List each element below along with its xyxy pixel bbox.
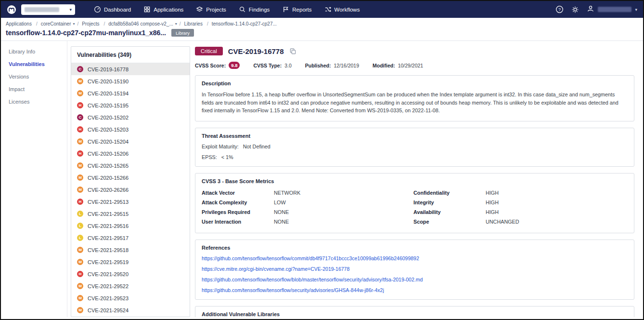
nav-item-findings[interactable]: Findings bbox=[232, 3, 276, 16]
card-title: Threat Assessment bbox=[202, 133, 628, 139]
breadcrumb: / Applications / coreContainer ▾ / Proje… bbox=[6, 21, 638, 27]
vulnerability-list-item[interactable]: M CVE-2021-29518 bbox=[71, 244, 190, 256]
vulnerability-list-item[interactable]: C CVE-2019-16778 bbox=[71, 63, 190, 75]
cve-id: CVE-2020-15202 bbox=[88, 115, 129, 120]
metric-row: Availability HIGH bbox=[413, 207, 625, 217]
sidebar-item[interactable]: Library Info bbox=[1, 45, 67, 58]
cve-meta-row: CVSS Score: 9.8 CVSS Type: 3.0 Published… bbox=[195, 62, 634, 69]
vulnerability-list-item[interactable]: L CVE-2021-29515 bbox=[71, 208, 190, 220]
reference-link[interactable]: https://github.com/tensorflow/tensorflow… bbox=[202, 277, 628, 282]
help-icon[interactable]: ? bbox=[555, 5, 564, 13]
vulnerability-list-item[interactable]: H CVE-2021-29520 bbox=[71, 268, 190, 280]
nav-item-dashboard[interactable]: Dashboard bbox=[88, 3, 137, 16]
vulnerability-list-item[interactable]: C CVE-2020-15202 bbox=[71, 111, 190, 123]
nav-item-label: Reports bbox=[292, 7, 311, 13]
breadcrumb-item[interactable]: / Projects bbox=[75, 21, 102, 27]
metric-label: Attack Vector bbox=[202, 190, 274, 196]
reference-link[interactable]: https://cve.mitre.org/cgi-bin/cvename.cg… bbox=[202, 266, 628, 272]
nav-item-projects[interactable]: Projects bbox=[190, 3, 232, 16]
vulnerability-list-item[interactable]: M CVE-2020-15204 bbox=[71, 135, 190, 147]
vulnerability-list-item[interactable]: M CVE-2020-15265 bbox=[71, 160, 190, 172]
user-menu[interactable]: ▾ bbox=[587, 5, 637, 14]
severity-badge: H bbox=[77, 102, 83, 108]
detail-header: Critical CVE-2019-16778 bbox=[195, 47, 634, 55]
vulnerability-list-item[interactable]: M CVE-2021-29524 bbox=[71, 304, 190, 316]
vulnerability-list-item[interactable]: L CVE-2021-29516 bbox=[71, 220, 190, 232]
nav-item-workflows[interactable]: Workflows bbox=[318, 3, 366, 16]
vulnerability-list-item[interactable]: M CVE-2021-29522 bbox=[71, 280, 190, 292]
severity-badge: L bbox=[77, 211, 83, 217]
settings-gear-icon[interactable] bbox=[571, 6, 579, 13]
breadcrumb-separator: / bbox=[180, 21, 181, 27]
breadcrumb-label: Libraries bbox=[184, 21, 203, 27]
cve-id: CVE-2020-15195 bbox=[88, 103, 129, 108]
breadcrumb-item[interactable]: / tensorflow-1.14.0-cp27-cp27... bbox=[205, 21, 279, 27]
nav-item-applications[interactable]: Applications bbox=[137, 3, 190, 16]
severity-badge: M bbox=[77, 307, 83, 313]
sidebar-item[interactable]: Impact bbox=[1, 83, 67, 95]
cve-id: CVE-2021-29516 bbox=[88, 223, 129, 229]
card-title: References bbox=[202, 245, 628, 251]
findings-icon bbox=[239, 6, 246, 13]
metric-value: NETWORK bbox=[274, 190, 300, 196]
metric-row: Privileges Required NONE bbox=[202, 207, 413, 217]
app-window: ▾ Dashboard Applications Projects Findin… bbox=[0, 0, 644, 320]
library-sidebar: Library Info Vulnerabilities Versions Im… bbox=[1, 41, 67, 317]
nav-item-reports[interactable]: Reports bbox=[276, 3, 318, 16]
vulnerability-list-item[interactable]: H CVE-2020-15195 bbox=[71, 99, 190, 111]
metric-value: NONE bbox=[274, 219, 289, 225]
breadcrumb-item[interactable]: / coreContainer ▾ bbox=[34, 21, 75, 27]
vulnerability-list-item[interactable]: M CVE-2020-15266 bbox=[71, 172, 190, 184]
dashboard-icon bbox=[94, 6, 101, 13]
title-row: tensorflow-1.14.0-cp27-cp27mu-manylinux1… bbox=[6, 29, 638, 37]
severity-badge: M bbox=[77, 138, 83, 145]
mend-logo-icon bbox=[7, 5, 16, 14]
metric-row: Attack Complexity LOW bbox=[202, 198, 413, 207]
navbar-right: ? ▾ bbox=[555, 5, 637, 14]
severity-badge: M bbox=[77, 78, 83, 84]
breadcrumb-label: Projects bbox=[82, 21, 99, 27]
severity-badge: M bbox=[77, 295, 83, 301]
vulnerability-list-item[interactable]: H CVE-2021-29513 bbox=[71, 196, 190, 208]
sidebar-item[interactable]: Licenses bbox=[1, 95, 67, 108]
sidebar-item[interactable]: Versions bbox=[1, 70, 67, 83]
metric-row: Scope UNCHANGED bbox=[413, 217, 625, 227]
cvss-metrics-right: Confidentiality HIGH Integrity HIGH Avai… bbox=[413, 188, 625, 227]
metric-value: NONE bbox=[274, 209, 289, 215]
chevron-down-icon: ▾ bbox=[69, 7, 72, 12]
copy-icon[interactable] bbox=[289, 48, 296, 55]
applications-icon bbox=[143, 6, 151, 13]
severity-badge: H bbox=[77, 126, 83, 133]
reference-links: https://github.com/tensorflow/tensorflow… bbox=[202, 255, 628, 293]
workflows-icon bbox=[324, 6, 332, 13]
breadcrumb-item[interactable]: / Applications bbox=[6, 21, 34, 27]
cve-id: CVE-2021-29524 bbox=[88, 307, 129, 313]
vulnerability-list-item[interactable]: M CVE-2020-15190 bbox=[71, 75, 190, 87]
reference-link[interactable]: https://github.com/tensorflow/tensorflow… bbox=[202, 287, 628, 293]
references-card: References https://github.com/tensorflow… bbox=[195, 240, 634, 300]
org-selector-dropdown[interactable]: ▾ bbox=[21, 4, 75, 15]
metric-label: Confidentiality bbox=[413, 190, 486, 196]
metric-label: Integrity bbox=[413, 200, 486, 205]
card-title: CVSS 3 - Base Score Metrics bbox=[202, 178, 628, 184]
vulnerability-list-item[interactable]: M CVE-2020-26266 bbox=[71, 184, 190, 196]
vulnerability-list-panel: Vulnerabilities (349) C CVE-2019-16778 M… bbox=[71, 46, 190, 317]
breadcrumb-item[interactable]: / dcfa8b58a046 compose-v2_... ▾ bbox=[101, 21, 177, 27]
cve-id: CVE-2021-29517 bbox=[88, 235, 129, 241]
sidebar-item[interactable]: Vulnerabilities bbox=[1, 58, 67, 70]
nav-item-label: Applications bbox=[154, 7, 183, 13]
cvss-metrics-left: Attack Vector NETWORK Attack Complexity … bbox=[202, 188, 413, 227]
vulnerability-list-item[interactable]: H CVE-2020-15203 bbox=[71, 123, 190, 135]
cvss-type: CVSS Type: 3.0 bbox=[253, 63, 291, 68]
vulnerability-list-item[interactable]: M CVE-2021-29523 bbox=[71, 292, 190, 304]
vulnerability-list-item[interactable]: M CVE-2020-15194 bbox=[71, 87, 190, 99]
vulnerability-list-item[interactable]: L CVE-2021-29517 bbox=[71, 232, 190, 244]
reference-link[interactable]: https://github.com/tensorflow/tensorflow… bbox=[202, 255, 628, 261]
cve-id: CVE-2021-29523 bbox=[88, 295, 129, 301]
vulnerability-list-item[interactable]: M CVE-2021-29519 bbox=[71, 256, 190, 268]
breadcrumb-separator: / bbox=[77, 21, 79, 27]
cve-id: CVE-2020-15203 bbox=[88, 127, 129, 133]
breadcrumb-label: Applications bbox=[6, 21, 32, 27]
vulnerability-list-item[interactable]: H CVE-2020-15206 bbox=[71, 147, 190, 160]
breadcrumb-item[interactable]: / Libraries bbox=[177, 21, 205, 27]
